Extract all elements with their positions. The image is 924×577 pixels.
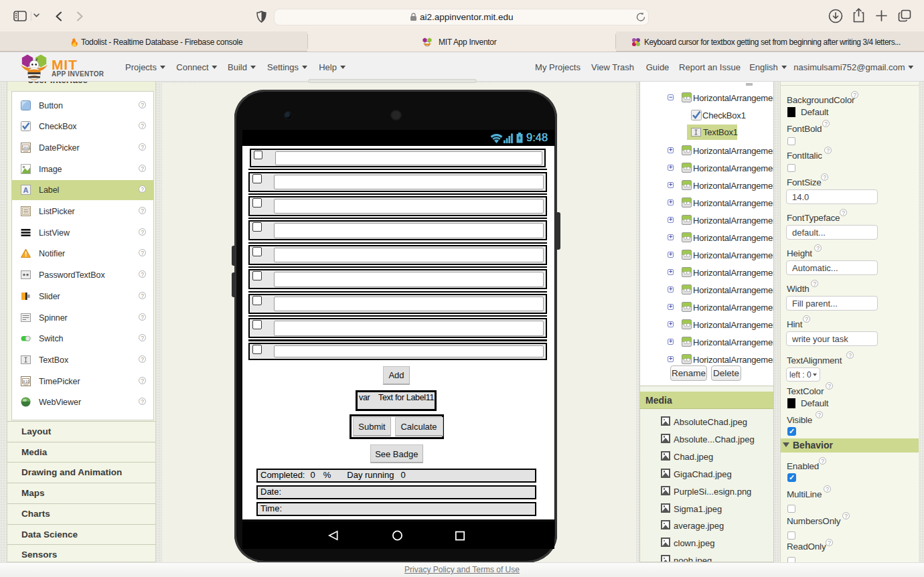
svg-text:2011: 2011 <box>23 145 30 149</box>
svg-text:A: A <box>23 186 29 194</box>
svg-text:8:10: 8:10 <box>23 379 29 383</box>
